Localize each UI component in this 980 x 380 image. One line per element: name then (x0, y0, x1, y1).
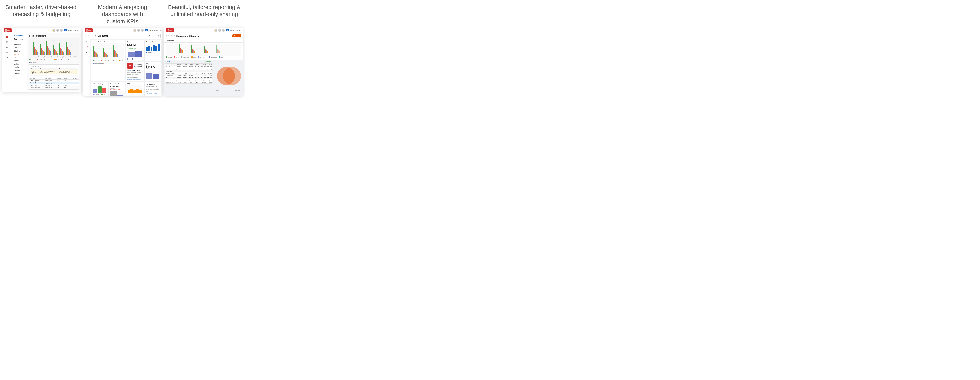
th-jul20: Jul-20 (188, 64, 194, 66)
bar-group-oct (73, 44, 78, 55)
visitor-bar-1 (146, 47, 148, 51)
bar-cogs-jun (48, 46, 48, 55)
nav-item-revenue[interactable]: Revenue (13, 43, 27, 46)
legend-sal-1: G&A R&D (92, 94, 100, 95)
acct-name-4: Outside Services (29, 86, 44, 89)
legend-dot-cogs (37, 59, 38, 60)
settings-icon[interactable]: ⚙ (60, 29, 63, 32)
sidebar-icon-settings[interactable] (4, 55, 11, 60)
topbar-icons-1: 🔔 ? ⚙ ME Martin Electronics (52, 29, 80, 32)
account-table-section: Account Department Apr-20 May-20 Jun-20 … (29, 76, 80, 90)
ov-cogs-4 (205, 49, 205, 53)
row-cash-balance: Cash Balance $42,954 $37,151 $27,202 $16… (165, 66, 212, 68)
chevron-down-icon: ▾ (24, 38, 24, 40)
sidebar-icon-chart[interactable] (4, 45, 11, 49)
user-badge-2[interactable]: ME (145, 29, 148, 31)
bell-icon-3[interactable]: 🔔 (214, 29, 217, 32)
bar-net-may (44, 52, 45, 55)
visitor-bar-3 (151, 47, 153, 51)
share-button[interactable]: ↑ Share (146, 35, 154, 37)
legend-income-opex: OpEx (119, 60, 123, 61)
reports-header-bar: PLAN ACTIVE Management Reports ▾ Publish (164, 33, 243, 39)
publish-button[interactable]: Publish (232, 34, 242, 37)
income-legend: Revenue COGS Gross Margin OpEx Operating… (92, 60, 124, 64)
driver-row-1[interactable]: Office Expense IS - OpEx $ - Unassigned … (30, 70, 78, 74)
screenshot-dashboard: ADAccountingDept 🔔 ? ⚙ ME Martin Electro… (83, 27, 162, 96)
help-icon-2[interactable]: ? (137, 29, 140, 32)
settings-icon-3[interactable]: ⚙ (222, 29, 225, 32)
ov-leg-ni: Net Income (209, 56, 217, 58)
dashboard-title[interactable]: All Staff (98, 34, 108, 37)
dashboard-chevron: ▾ (110, 35, 110, 37)
settings-icon-2[interactable]: ⚙ (141, 29, 144, 32)
ib-opex1 (96, 53, 97, 57)
forecast-title[interactable]: Forecast ▾ (13, 38, 27, 42)
bell-icon-2[interactable]: 🔔 (134, 29, 136, 32)
user-badge-3[interactable]: ME (226, 29, 229, 31)
nav-item-cogs[interactable]: COGS (13, 46, 27, 49)
sidebar-icon-page[interactable] (4, 40, 11, 45)
sidenav-chart[interactable]: 📈 (84, 45, 89, 49)
ov-leg-oi: Operating In... (198, 56, 207, 58)
bar-revenue-may (40, 44, 41, 55)
kpi-title-income: Income Statement (92, 41, 124, 43)
legend-income-cogs: COGS (101, 60, 106, 61)
label-revenue-section: Revenue (165, 77, 175, 79)
sidebar-icon-menu[interactable] (4, 50, 11, 55)
label-cash-balance: Cash Balance (165, 66, 175, 68)
bell-icon[interactable]: 🔔 (52, 29, 55, 32)
help-icon-3[interactable]: ? (218, 29, 221, 32)
salaries-chart (92, 85, 107, 94)
kpi-value-ap: $342 K (146, 65, 160, 68)
nav-item-liabilities[interactable]: Liabilities (13, 62, 27, 65)
cell-cb-may: $42,954 (175, 66, 182, 68)
nav-item-custom[interactable]: Custom (13, 69, 27, 72)
info-link-tax[interactable]: Click here to get tax forms. (146, 93, 160, 96)
acct-row-highlighted[interactable]: ⊙ Office Expense Unassigned (29, 82, 79, 84)
info-link-monthend[interactable]: Click here to get tax forms. (127, 78, 142, 80)
sc3-body: Overview (164, 39, 243, 96)
cash-bar-2 (135, 51, 142, 57)
sidenav-home[interactable]: ⊞ (84, 40, 89, 44)
overview-chart-area: Revenue COGS Gross Margin OpEx Operating… (164, 43, 243, 60)
ov-cogs-5 (217, 49, 218, 53)
nav-item-assets[interactable]: Assets (13, 59, 27, 62)
help-icon[interactable]: ? (56, 29, 59, 32)
ov-rev-3 (191, 45, 192, 53)
svg-rect-1 (8, 36, 8, 37)
nav-item-equity[interactable]: Equity (13, 65, 27, 69)
ap-bar-2 (153, 73, 159, 79)
nav-item-opex[interactable]: OpEx (13, 53, 27, 56)
ov-opex-2 (182, 50, 183, 53)
svg-rect-3 (8, 37, 8, 38)
screenshot-reports: ADAccountingDept 🔔 ? ⚙ ME Martin Electro… (164, 27, 243, 96)
visitor-bar-5 (155, 46, 157, 51)
reports-title[interactable]: Management Reports (177, 35, 199, 37)
nav-item-drivers[interactable]: Drivers (13, 72, 27, 75)
ov-gm-1 (169, 49, 169, 53)
bar-margin-apr (35, 49, 36, 55)
visitors-chart (146, 43, 160, 51)
cash-legend: Jul Jun (127, 58, 142, 59)
nav-item-other[interactable]: Other (13, 56, 27, 59)
income-statement-chart: Apr-20 May-20 Jun-20 Jul-20 Aug-20 Sep-2… (29, 38, 80, 58)
cell-cc-aug: $(8,816) (194, 68, 200, 70)
grid-icon[interactable]: ⊞ (156, 34, 161, 38)
kpi-value-srr: $150,833 (110, 85, 124, 88)
bar-cogs-apr (34, 47, 35, 55)
ov-dot-rev (166, 56, 167, 58)
user-badge-1[interactable]: ME (64, 29, 67, 31)
share-icon: ↑ (148, 35, 148, 37)
legend-cash-jul: Jul (127, 58, 130, 59)
row-revenue-section: Revenue $23,387 $72,510 $27,443 $29,836 … (165, 77, 212, 79)
topbar-3: ADAccountingDept 🔔 ? ⚙ ME Martin Electro… (164, 27, 243, 33)
sidebar-icon-home[interactable] (4, 34, 11, 39)
kpi-change-cash: ▼ $0.33 M · 5% (127, 48, 142, 49)
legend-cash-jun: Jun (132, 58, 135, 59)
sidenav-settings[interactable]: ⚙ (84, 51, 89, 54)
nav-item-staffing[interactable]: Staffing (13, 49, 27, 53)
opex-bar-2 (130, 89, 133, 93)
ov-group-2 (179, 44, 191, 53)
header-center-title: Modern & engaging dashboards with custom… (86, 4, 159, 25)
ov-rev-5 (216, 45, 217, 53)
